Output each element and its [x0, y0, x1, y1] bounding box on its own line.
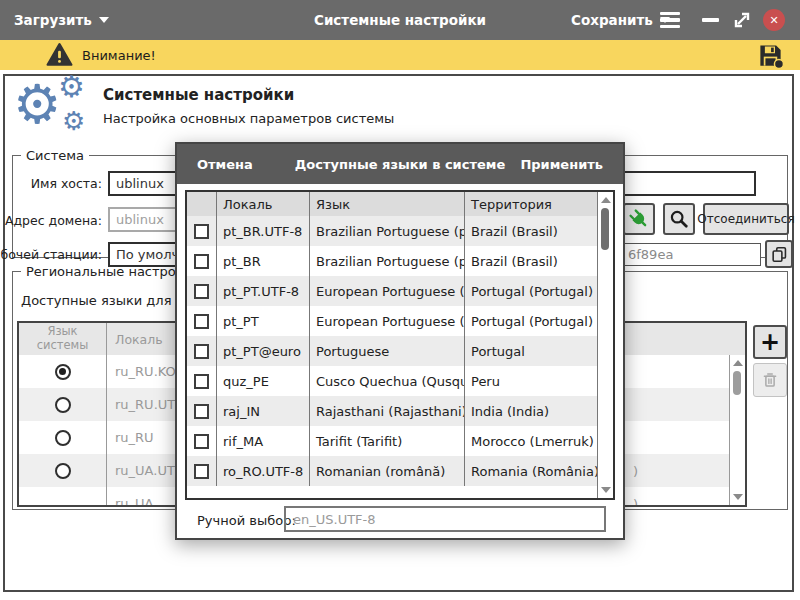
dialog-table-header: Локаль Язык Территория	[187, 192, 613, 216]
checkbox-cell	[187, 306, 217, 336]
language-checkbox[interactable]	[194, 374, 209, 389]
language-checkbox[interactable]	[194, 404, 209, 419]
system-language-radio[interactable]	[55, 397, 71, 413]
language-cell: Rajasthani (Rajasthani)	[310, 396, 465, 426]
save-menu-button[interactable]: Сохранить	[571, 0, 670, 40]
locale-cell: pt_PT	[217, 306, 310, 336]
copy-icon	[770, 245, 789, 264]
minimize-button[interactable]	[702, 0, 719, 40]
scroll-down-icon[interactable]	[733, 494, 743, 500]
checkbox-cell	[187, 426, 217, 456]
language-checkbox[interactable]	[194, 434, 209, 449]
scrollbar-thumb[interactable]	[601, 208, 609, 250]
save-file-icon[interactable]	[757, 42, 784, 69]
locale-cell: rif_MA	[217, 426, 310, 456]
territory-cell: Brazil (Brasil)	[465, 246, 613, 276]
system-language-radio[interactable]	[55, 463, 71, 479]
locale-cell: pt_PT.UTF-8	[217, 276, 310, 306]
domain-label: Адрес домена:	[5, 213, 102, 228]
checkbox-cell	[187, 246, 217, 276]
system-language-radio[interactable]	[55, 364, 71, 380]
territory-cell: Brazil (Brasil)	[465, 216, 613, 246]
dialog-table-row[interactable]: pt_BRBrazilian Portuguese (porBrazil (Br…	[187, 246, 613, 276]
apply-button[interactable]: Применить	[520, 157, 603, 172]
disconnect-label: Отсоединиться	[697, 212, 794, 226]
manual-choice-label: Ручной выбор:	[197, 513, 296, 528]
language-cell: European Portuguese (po	[310, 306, 465, 336]
title-bar: Загрузить Системные настройки Сохранить …	[0, 0, 800, 40]
dialog-languages-table: Локаль Язык Территория pt_BR.UTF-8Brazil…	[185, 190, 615, 500]
window-title: Системные настройки	[0, 0, 800, 40]
column-header-territory: Территория	[465, 192, 613, 216]
checkbox-cell	[187, 366, 217, 396]
system-language-cell	[19, 487, 107, 507]
region-table-scrollbar[interactable]	[729, 355, 745, 505]
dialog-table-body: pt_BR.UTF-8Brazilian Portuguese (porBraz…	[187, 216, 613, 486]
dialog-table-scrollbar[interactable]	[597, 192, 613, 498]
cancel-button[interactable]: Отмена	[197, 157, 253, 172]
dialog-table-row[interactable]: raj_INRajasthani (Rajasthani)India (Indi…	[187, 396, 613, 426]
page-subtitle: Настройка основных параметров системы	[103, 111, 394, 126]
language-cell: Romanian (română)	[310, 456, 465, 486]
language-cell: Brazilian Portuguese (por	[310, 246, 465, 276]
expand-icon	[731, 9, 753, 31]
workstation-id-value: 6f89ea	[621, 243, 761, 266]
dialog-table-row[interactable]: pt_PT.UTF-8European Portuguese (poPortug…	[187, 276, 613, 306]
language-checkbox[interactable]	[194, 344, 209, 359]
maximize-button[interactable]	[731, 0, 753, 40]
connect-button[interactable]	[623, 203, 655, 235]
delete-language-button	[753, 363, 787, 397]
language-checkbox[interactable]	[194, 254, 209, 269]
trash-icon	[761, 371, 779, 389]
checkbox-cell	[187, 216, 217, 246]
warning-icon	[46, 42, 73, 68]
manual-choice-input[interactable]: en_US.UTF-8	[284, 506, 606, 532]
page-title: Системные настройки	[103, 86, 294, 104]
dialog-table-row[interactable]: pt_PTEuropean Portuguese (poPortugal (Po…	[187, 306, 613, 336]
territory-cell: Peru	[465, 366, 613, 396]
dialog-table-row[interactable]: quz_PECusco Quechua (Qusqu rPeru	[187, 366, 613, 396]
scrollbar-thumb[interactable]	[733, 371, 741, 395]
available-languages-dialog: Отмена Доступные языки в системе Примени…	[175, 142, 625, 540]
language-checkbox[interactable]	[194, 224, 209, 239]
dialog-table-row[interactable]: pt_BR.UTF-8Brazilian Portuguese (porBraz…	[187, 216, 613, 246]
scroll-up-icon[interactable]	[733, 360, 743, 366]
language-checkbox[interactable]	[194, 464, 209, 479]
close-button[interactable]: ✕	[763, 9, 785, 31]
checkbox-cell	[187, 276, 217, 306]
dialog-table-row[interactable]: pt_PT@euroPortuguesePortugal	[187, 336, 613, 366]
clipped-text-fragment: )	[633, 496, 638, 507]
search-button[interactable]	[663, 203, 695, 235]
column-header-locale: Локаль	[217, 192, 310, 216]
checkbox-cell	[187, 396, 217, 426]
menu-icon[interactable]	[660, 0, 680, 40]
dialog-table-row[interactable]: rif_MATarifit (Tarifit)Morocco (Lmerruk)	[187, 426, 613, 456]
dialog-table-row[interactable]: ro_RO.UTF-8Romanian (română)Romania (Rom…	[187, 456, 613, 486]
system-section-legend: Система	[21, 148, 89, 163]
system-language-radio[interactable]	[55, 430, 71, 446]
disconnect-button[interactable]: Отсоединиться	[703, 203, 789, 235]
language-cell: Tarifit (Tarifit)	[310, 426, 465, 456]
scroll-down-icon[interactable]	[601, 487, 611, 493]
language-checkbox[interactable]	[194, 314, 209, 329]
locale-cell: pt_BR	[217, 246, 310, 276]
territory-cell: India (India)	[465, 396, 613, 426]
add-language-button[interactable]: +	[753, 325, 787, 359]
checkbox-cell	[187, 456, 217, 486]
clipped-text-fragment: )	[633, 463, 638, 478]
language-cell: European Portuguese (po	[310, 276, 465, 306]
language-cell: Brazilian Portuguese (por	[310, 216, 465, 246]
language-checkbox[interactable]	[194, 284, 209, 299]
plug-icon	[623, 203, 654, 234]
language-cell: Cusco Quechua (Qusqu r	[310, 366, 465, 396]
locale-cell: raj_IN	[217, 396, 310, 426]
hostname-label: Имя хоста:	[31, 176, 102, 191]
territory-cell: Romania (România)	[465, 456, 613, 486]
language-cell: Portuguese	[310, 336, 465, 366]
warning-label: Внимание!	[82, 48, 156, 63]
system-language-cell	[19, 454, 107, 487]
system-settings-icon: ⚙⚙⚙	[13, 78, 103, 142]
save-menu-label: Сохранить	[571, 12, 653, 28]
workstation-id-label: ID рабочей станции:	[0, 247, 102, 262]
scroll-up-icon[interactable]	[601, 197, 611, 203]
